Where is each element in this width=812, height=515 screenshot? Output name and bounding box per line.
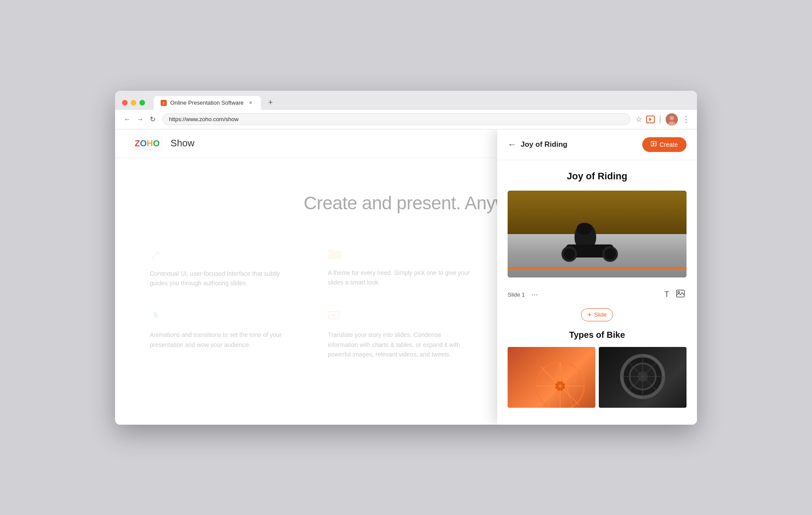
popup-body: Joy of Riding [497,160,697,418]
tab-favicon: Z [161,100,167,106]
slide1-image-button[interactable] [674,288,687,301]
back-nav-button[interactable]: ← [122,115,132,124]
slide1-image [508,191,687,277]
logo-letter-z: Z [135,139,140,149]
back-arrow-icon: ← [508,139,516,149]
title-bar: Z Online Presentation Software ✕ + [115,91,697,110]
rocket-icon [150,310,293,325]
presentation-app-icon[interactable] [646,116,655,123]
maximize-button[interactable] [139,100,145,106]
pencil-icon [150,248,293,264]
slide1-options-button[interactable]: ⋯ [528,290,541,300]
motorcycle-scene [508,191,687,277]
popup-back-button[interactable]: ← Joy of Riding [508,139,568,149]
zoho-logo-wrapper: ZOHO [132,137,162,150]
play-icon [328,310,471,325]
svg-point-3 [670,116,674,120]
show-text: Show [171,138,195,149]
tab-title: Online Presentation Software [170,99,244,106]
folder-icon [328,248,471,263]
svg-line-7 [152,258,154,260]
url-bar[interactable]: https://www.zoho.com/show [162,113,630,125]
close-button[interactable] [122,100,128,106]
bike-image-right [599,347,687,408]
tab-bar: Z Online Presentation Software ✕ + [154,96,690,110]
slide2-title: Types of Bike [508,330,687,340]
user-avatar[interactable] [666,113,678,125]
create-button-label: Create [660,141,678,148]
menu-icon[interactable]: ⋮ [682,115,690,124]
active-tab[interactable]: Z Online Presentation Software ✕ [154,96,261,110]
svg-marker-17 [653,142,655,145]
feature-text-1: Contextual UI, user-focused Interface th… [150,269,293,288]
slide1-title: Joy of Riding [508,171,687,182]
address-bar: ← → ↻ https://www.zoho.com/show ☆ | ⋮ [115,110,697,129]
create-button-icon [651,141,657,148]
feature-text-2: A theme for every need. Simply pick one … [328,268,471,287]
svg-point-12 [155,313,157,315]
slide1-action-icons: T [663,288,687,301]
popup-title: Joy of Riding [521,140,568,149]
svg-rect-10 [328,250,334,252]
bookmark-icon[interactable]: ☆ [636,115,642,123]
popup-header: ← Joy of Riding Create [497,129,697,160]
nav-buttons: ← → ↻ [122,114,157,124]
window-controls [122,100,145,106]
forward-nav-button[interactable]: → [135,115,145,124]
feature-item-1: Contextual UI, user-focused Interface th… [150,248,293,288]
road-line [508,267,687,269]
add-slide-button[interactable]: + Slide [581,308,613,321]
create-button[interactable]: Create [642,137,687,152]
reload-button[interactable]: ↻ [148,114,157,124]
page-content: ZOHO Show Create and present. Anyw [115,129,697,425]
add-slide-plus-icon: + [588,311,591,319]
logo-letter-o1: O [140,139,147,149]
new-tab-button[interactable]: + [264,97,277,109]
svg-text:Z: Z [163,102,165,105]
logo-letter-h: H [147,139,153,149]
slide1-label-text: Slide 1 [508,291,525,298]
svg-rect-9 [328,251,341,259]
add-slide-label: Slide [594,311,607,318]
address-icons: ☆ | ⋮ [636,113,690,125]
divider: | [659,114,661,124]
feature-item-4: Translate your story into slides. Conden… [328,310,471,359]
browser-window: Z Online Presentation Software ✕ + ← → ↻… [115,91,697,425]
logo-letter-o2: O [153,139,160,149]
feature-text-3: Animations and transitions to set the to… [150,330,293,350]
bike-image-left [508,347,595,408]
slide2-images [508,347,687,408]
feature-item-2: A theme for every need. Simply pick one … [328,248,471,288]
minimize-button[interactable] [131,100,136,106]
slide1-label: Slide 1 ⋯ [508,290,541,300]
zoho-logo: ZOHO [135,139,160,149]
feature-text-4: Translate your story into slides. Conden… [328,330,471,359]
popup-panel: ← Joy of Riding Create Joy of Riding [497,129,697,425]
tab-close-button[interactable]: ✕ [247,99,254,106]
spoke-pattern [534,360,569,395]
slide1-text-button[interactable]: T [663,288,671,301]
features-grid: Contextual UI, user-focused Interface th… [115,240,506,377]
add-slide-row: + Slide [508,308,687,321]
url-text: https://www.zoho.com/show [169,116,238,122]
slide1-meta-row: Slide 1 ⋯ T [508,284,687,305]
svg-marker-15 [332,314,336,317]
feature-item-3: Animations and transitions to set the to… [150,310,293,359]
